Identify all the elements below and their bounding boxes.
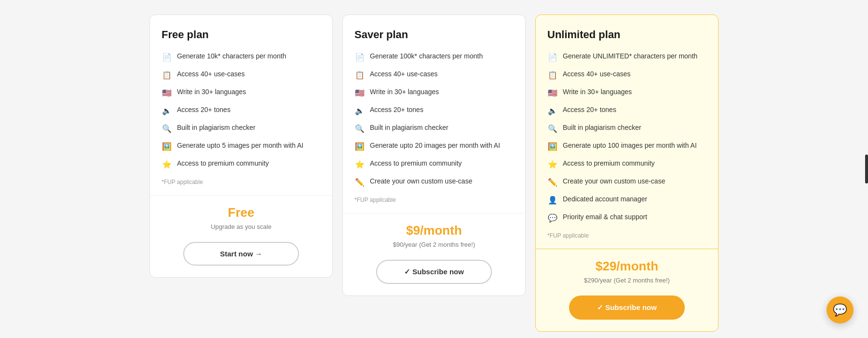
feature-item: 🇺🇸Write in 30+ languages xyxy=(547,87,706,99)
feature-icon-6: ⭐ xyxy=(354,159,365,170)
feature-item: 🔍Built in plagiarism checker xyxy=(162,123,321,134)
feature-text: Access to premium community xyxy=(563,159,655,169)
feature-icon-3: 🔈 xyxy=(162,106,172,116)
plan-footer-saver: $9/month$90/year (Get 2 months free!)✓ S… xyxy=(343,213,525,296)
plan-title-unlimited: Unlimited plan xyxy=(547,28,706,41)
feature-item: 📄Generate UNLIMITED* characters per mont… xyxy=(547,52,706,63)
feature-icon-5: 🖼️ xyxy=(547,141,558,152)
feature-item: 📋Access 40+ use-cases xyxy=(162,70,321,81)
plan-card-saver: Saver plan📄Generate 100k* characters per… xyxy=(342,14,526,296)
feature-item: 🖼️Generate upto 5 images per month with … xyxy=(162,141,321,152)
feature-text: Access 40+ use-cases xyxy=(370,70,437,79)
feature-icon-4: 🔍 xyxy=(354,124,365,134)
feature-icon-8: 👤 xyxy=(547,195,558,206)
feature-text: Generate UNLIMITED* characters per month xyxy=(563,52,697,61)
feature-text: Generate 100k* characters per month xyxy=(370,52,483,61)
feature-item: 📄Generate 100k* characters per month xyxy=(354,52,514,63)
feature-icon-3: 🔈 xyxy=(354,106,365,116)
feature-text: Access to premium community xyxy=(177,159,269,169)
subscribe-button-saver[interactable]: ✓ Subscribe now xyxy=(376,260,492,284)
feature-text: Generate upto 5 images per month with AI xyxy=(177,141,303,151)
feature-text: Write in 30+ languages xyxy=(370,87,439,97)
feature-icon-4: 🔍 xyxy=(547,124,558,134)
feature-item: 📋Access 40+ use-cases xyxy=(547,70,706,81)
feature-icon-0: 📄 xyxy=(162,52,172,63)
feature-icon-7: ✏️ xyxy=(547,177,558,188)
feature-item: 💬Priority email & chat support xyxy=(547,212,706,224)
feature-text: Generate upto 100 images per month with … xyxy=(563,141,697,151)
feature-icon-9: 💬 xyxy=(547,213,558,224)
feature-item: 🔍Built in plagiarism checker xyxy=(547,123,706,134)
plan-title-free: Free plan xyxy=(162,28,321,41)
feature-item: 🖼️Generate upto 20 images per month with… xyxy=(354,141,514,152)
feature-text: Access to premium community xyxy=(370,159,462,169)
feature-icon-6: ⭐ xyxy=(547,159,558,170)
price-sub-saver: $90/year (Get 2 months free!) xyxy=(393,241,475,248)
scrollbar[interactable] xyxy=(865,155,868,183)
feature-item: ✏️Create your own custom use-case xyxy=(354,177,514,188)
fup-note-free: *FUP applicable xyxy=(162,179,321,185)
feature-icon-3: 🔈 xyxy=(547,106,558,116)
feature-icon-2: 🇺🇸 xyxy=(354,88,365,99)
feature-item: 📋Access 40+ use-cases xyxy=(354,70,514,81)
feature-list-unlimited: 📄Generate UNLIMITED* characters per mont… xyxy=(547,52,706,224)
feature-icon-5: 🖼️ xyxy=(162,141,172,152)
feature-text: Write in 30+ languages xyxy=(177,87,246,97)
feature-list-free: 📄Generate 10k* characters per month📋Acce… xyxy=(162,52,321,170)
feature-item: 🖼️Generate upto 100 images per month wit… xyxy=(547,141,706,152)
feature-text: Write in 30+ languages xyxy=(563,87,632,97)
feature-icon-2: 🇺🇸 xyxy=(547,88,558,99)
price-main-free: Free xyxy=(228,205,255,220)
plan-title-saver: Saver plan xyxy=(354,28,514,41)
feature-item: 👤Dedicated account manager xyxy=(547,195,706,206)
feature-text: Access 40+ use-cases xyxy=(177,70,244,79)
feature-text: Priority email & chat support xyxy=(563,212,647,222)
price-main-unlimited: $29/month xyxy=(596,259,658,274)
feature-icon-5: 🖼️ xyxy=(354,141,365,152)
feature-item: ✏️Create your own custom use-case xyxy=(547,177,706,188)
feature-icon-1: 📋 xyxy=(354,70,365,81)
feature-icon-2: 🇺🇸 xyxy=(162,88,172,99)
feature-icon-1: 📋 xyxy=(162,70,172,81)
feature-text: Built in plagiarism checker xyxy=(563,123,641,133)
plan-card-free: Free plan📄Generate 10k* characters per m… xyxy=(149,14,333,278)
feature-item: 🔈Access 20+ tones xyxy=(547,105,706,116)
feature-text: Create your own custom use-case xyxy=(563,177,665,186)
feature-text: Built in plagiarism checker xyxy=(177,123,256,133)
feature-icon-4: 🔍 xyxy=(162,124,172,134)
feature-icon-6: ⭐ xyxy=(162,159,172,170)
price-main-saver: $9/month xyxy=(406,223,462,238)
feature-item: 🇺🇸Write in 30+ languages xyxy=(354,87,514,99)
price-sub-free: Upgrade as you scale xyxy=(211,223,271,230)
plan-footer-free: FreeUpgrade as you scaleStart now → xyxy=(150,195,332,277)
feature-text: Generate upto 20 images per month with A… xyxy=(370,141,500,151)
feature-item: ⭐Access to premium community xyxy=(354,159,514,170)
feature-text: Dedicated account manager xyxy=(563,195,647,204)
feature-icon-0: 📄 xyxy=(354,52,365,63)
plan-card-unlimited: Unlimited plan📄Generate UNLIMITED* chara… xyxy=(535,14,719,332)
feature-item: ⭐Access to premium community xyxy=(162,159,321,170)
feature-text: Access 20+ tones xyxy=(177,105,231,115)
feature-icon-7: ✏️ xyxy=(354,177,365,188)
subscribe-button-free[interactable]: Start now → xyxy=(183,242,299,266)
feature-item: 🔈Access 20+ tones xyxy=(354,105,514,116)
plan-footer-unlimited: $29/month$290/year (Get 2 months free!)✓… xyxy=(536,249,718,331)
fup-note-saver: *FUP applicable xyxy=(354,197,514,203)
plans-container: Free plan📄Generate 10k* characters per m… xyxy=(145,14,723,332)
feature-text: Built in plagiarism checker xyxy=(370,123,448,133)
feature-text: Access 20+ tones xyxy=(563,105,616,115)
chat-support-button[interactable]: 💬 xyxy=(827,296,854,324)
feature-text: Access 20+ tones xyxy=(370,105,423,115)
price-sub-unlimited: $290/year (Get 2 months free!) xyxy=(584,277,670,284)
feature-text: Generate 10k* characters per month xyxy=(177,52,286,61)
feature-item: 📄Generate 10k* characters per month xyxy=(162,52,321,63)
feature-text: Create your own custom use-case xyxy=(370,177,472,186)
feature-item: 🔈Access 20+ tones xyxy=(162,105,321,116)
feature-item: 🇺🇸Write in 30+ languages xyxy=(162,87,321,99)
feature-list-saver: 📄Generate 100k* characters per month📋Acc… xyxy=(354,52,514,188)
feature-icon-1: 📋 xyxy=(547,70,558,81)
feature-icon-0: 📄 xyxy=(547,52,558,63)
feature-item: ⭐Access to premium community xyxy=(547,159,706,170)
subscribe-button-unlimited[interactable]: ✓ Subscribe now xyxy=(569,296,685,320)
feature-item: 🔍Built in plagiarism checker xyxy=(354,123,514,134)
